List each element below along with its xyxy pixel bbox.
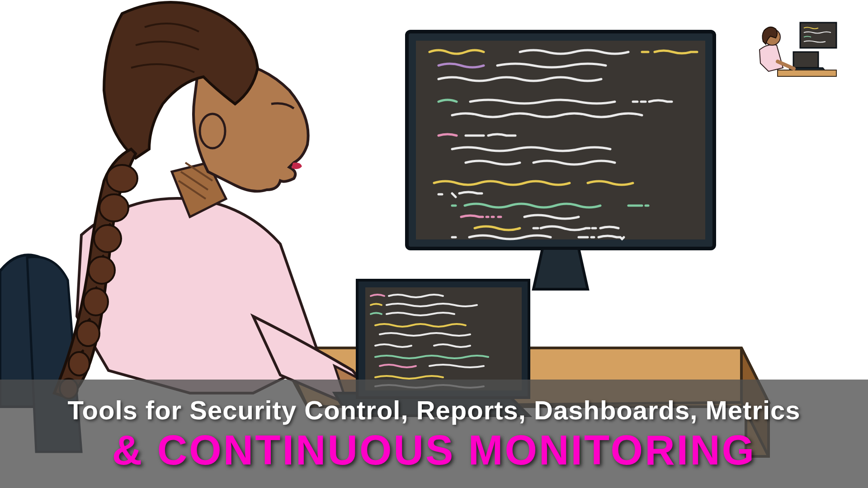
monitor-icon	[407, 32, 714, 289]
title-line-2: & CONTINUOUS MONITORING	[112, 428, 756, 472]
slide-canvas: Tools for Security Control, Reports, Das…	[0, 0, 868, 488]
thumbnail-illustration	[750, 18, 841, 90]
svg-rect-10	[416, 41, 705, 239]
svg-point-3	[94, 225, 121, 252]
svg-rect-13	[778, 70, 836, 76]
svg-point-0	[200, 114, 225, 148]
title-line-1: Tools for Security Control, Reports, Das…	[67, 396, 800, 425]
title-banner: Tools for Security Control, Reports, Das…	[0, 380, 868, 488]
svg-point-1	[107, 165, 137, 192]
svg-point-2	[99, 194, 128, 221]
svg-point-7	[69, 352, 90, 375]
svg-rect-12	[800, 23, 836, 48]
person-body-icon	[77, 198, 384, 404]
svg-point-6	[77, 321, 99, 346]
svg-point-4	[89, 257, 115, 284]
svg-point-5	[84, 288, 108, 315]
